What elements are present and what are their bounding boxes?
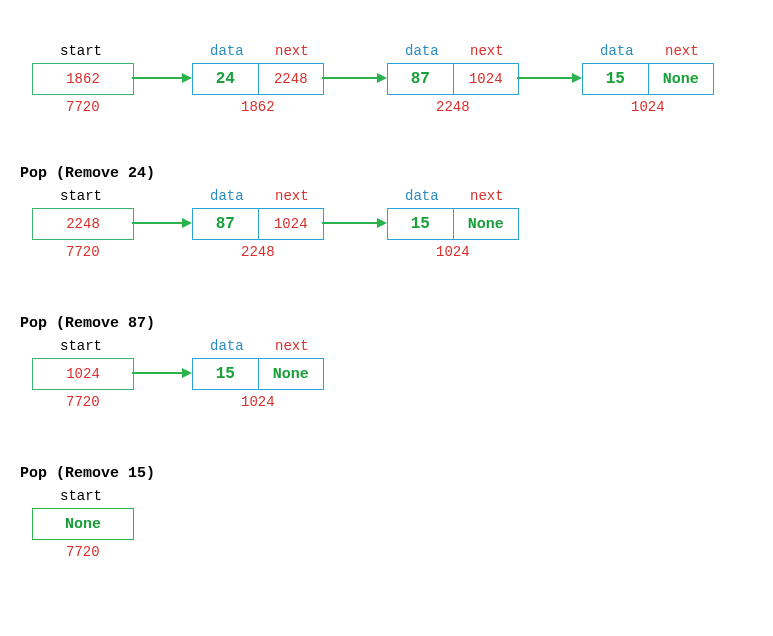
arrow-line xyxy=(132,222,184,224)
data-column-label: data xyxy=(405,43,439,59)
start-box: 1862 xyxy=(32,63,134,95)
node-next: None xyxy=(649,64,714,94)
list-node: 15None xyxy=(582,63,714,95)
arrow-line xyxy=(322,77,379,79)
node-address: 1024 xyxy=(631,99,665,115)
node-next-value: None xyxy=(663,71,699,88)
node-address: 1024 xyxy=(436,244,470,260)
start-value: None xyxy=(65,516,101,533)
node-data: 15 xyxy=(388,209,454,239)
start-address: 7720 xyxy=(66,244,100,260)
start-value: 1024 xyxy=(66,366,100,382)
node-next-value: 1024 xyxy=(469,71,503,87)
node-data: 87 xyxy=(193,209,259,239)
start-box: 2248 xyxy=(32,208,134,240)
arrow-head-icon xyxy=(182,218,192,228)
arrow-line xyxy=(322,222,379,224)
start-address: 7720 xyxy=(66,99,100,115)
start-address: 7720 xyxy=(66,394,100,410)
node-address: 1024 xyxy=(241,394,275,410)
next-column-label: next xyxy=(275,188,309,204)
start-box: None xyxy=(32,508,134,540)
node-address: 2248 xyxy=(436,99,470,115)
node-address: 2248 xyxy=(241,244,275,260)
arrow-line xyxy=(517,77,574,79)
data-column-label: data xyxy=(600,43,634,59)
start-label: start xyxy=(60,188,102,204)
node-data: 24 xyxy=(193,64,259,94)
arrow-line xyxy=(132,372,184,374)
start-box: 1024 xyxy=(32,358,134,390)
start-value: 2248 xyxy=(66,216,100,232)
list-node: 15None xyxy=(192,358,324,390)
node-next: 1024 xyxy=(454,64,519,94)
node-address: 1862 xyxy=(241,99,275,115)
pop-caption: Pop (Remove 24) xyxy=(20,165,155,182)
node-next: None xyxy=(259,359,324,389)
arrow-head-icon xyxy=(182,368,192,378)
arrow-head-icon xyxy=(182,73,192,83)
start-value: 1862 xyxy=(66,71,100,87)
start-address: 7720 xyxy=(66,544,100,560)
start-label: start xyxy=(60,43,102,59)
data-column-label: data xyxy=(210,43,244,59)
arrow-head-icon xyxy=(377,218,387,228)
next-column-label: next xyxy=(275,338,309,354)
node-next-value: 2248 xyxy=(274,71,308,87)
data-column-label: data xyxy=(405,188,439,204)
next-column-label: next xyxy=(470,188,504,204)
pop-caption: Pop (Remove 15) xyxy=(20,465,155,482)
data-column-label: data xyxy=(210,188,244,204)
pop-caption: Pop (Remove 87) xyxy=(20,315,155,332)
node-next: None xyxy=(454,209,519,239)
arrow-head-icon xyxy=(377,73,387,83)
next-column-label: next xyxy=(470,43,504,59)
node-next-value: 1024 xyxy=(274,216,308,232)
list-node: 871024 xyxy=(387,63,519,95)
node-next: 1024 xyxy=(259,209,324,239)
arrow-head-icon xyxy=(572,73,582,83)
node-next-value: None xyxy=(468,216,504,233)
linked-list-diagram: start18627720datanext2422481862datanext8… xyxy=(0,0,773,636)
start-label: start xyxy=(60,488,102,504)
node-next: 2248 xyxy=(259,64,324,94)
node-data: 15 xyxy=(583,64,649,94)
list-node: 871024 xyxy=(192,208,324,240)
arrow-line xyxy=(132,77,184,79)
next-column-label: next xyxy=(665,43,699,59)
data-column-label: data xyxy=(210,338,244,354)
start-label: start xyxy=(60,338,102,354)
node-data: 87 xyxy=(388,64,454,94)
list-node: 15None xyxy=(387,208,519,240)
node-next-value: None xyxy=(273,366,309,383)
next-column-label: next xyxy=(275,43,309,59)
list-node: 242248 xyxy=(192,63,324,95)
node-data: 15 xyxy=(193,359,259,389)
